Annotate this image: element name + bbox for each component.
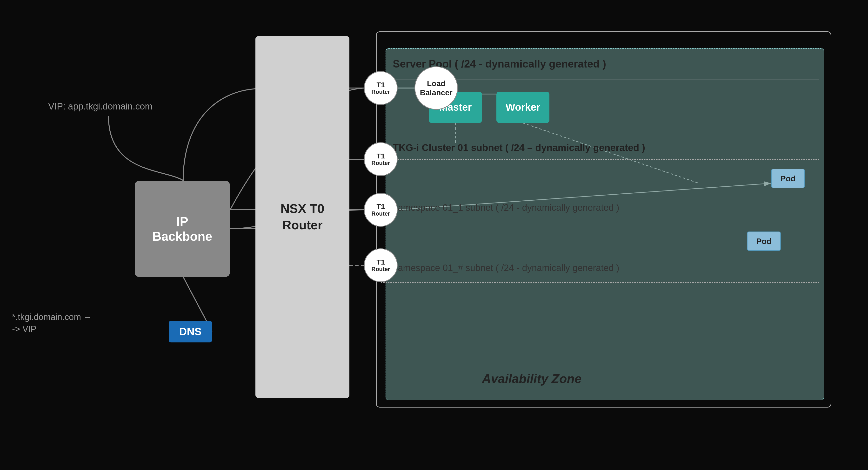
pod-box-2: Pod xyxy=(747,232,781,251)
vip-label: VIP: app.tkgi.domain.com xyxy=(48,101,153,112)
t1-router-1: T1 Router xyxy=(364,71,398,105)
namespace-01-1-label: namespace 01_1 subnet ( /24 - dynamicall… xyxy=(393,203,619,213)
worker-box: Worker xyxy=(496,92,550,123)
tkgi-cluster-label: TKG-i Cluster 01 subnet ( /24 – dynamica… xyxy=(393,142,645,153)
server-pool-label: Server Pool ( /24 - dynamically generate… xyxy=(393,58,606,70)
t1-router-3: T1 Router xyxy=(364,193,398,227)
tkgi-cluster-divider xyxy=(381,159,819,159)
ip-backbone-box: IP Backbone xyxy=(135,181,230,277)
dns-label: *.tkgi.domain.com → -> VIP xyxy=(12,311,92,335)
nsx-router-label: NSX T0 Router xyxy=(280,201,324,233)
diagram-container: VIP: app.tkgi.domain.com *.tkgi.domain.c… xyxy=(0,0,868,470)
t1-router-4: T1 Router xyxy=(364,248,398,282)
namespace-01-hash-divider xyxy=(381,282,819,283)
namespace-01-hash-label: namespace 01_# subnet ( /24 - dynamicall… xyxy=(393,263,619,273)
availability-zone-label: Availability Zone xyxy=(482,371,582,386)
load-balancer-circle: Load Balancer xyxy=(414,66,458,110)
nsx-router-box: NSX T0 Router xyxy=(255,36,349,398)
t1-router-2: T1 Router xyxy=(364,142,398,176)
pod-box-1: Pod xyxy=(771,169,805,188)
namespace-01-1-divider xyxy=(381,222,819,222)
dns-box: DNS xyxy=(169,321,212,343)
